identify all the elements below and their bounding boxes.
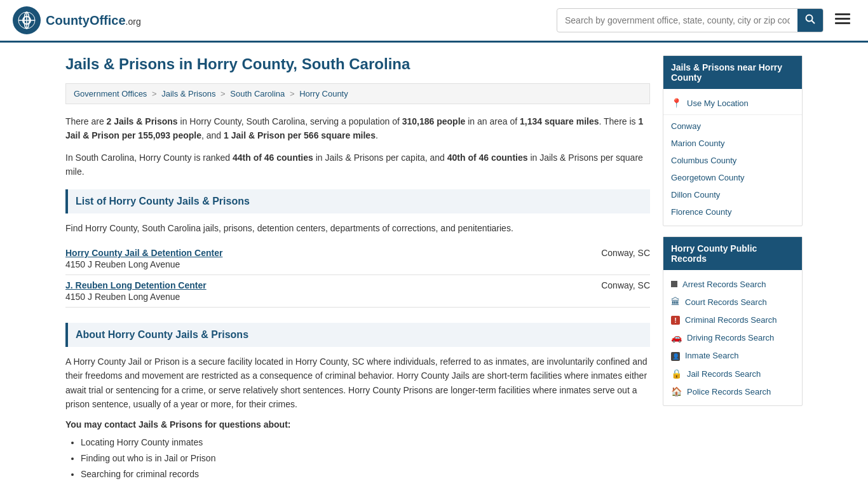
- contact-list: Locating Horry County inmates Finding ou…: [65, 435, 650, 483]
- facility-address-1: 4150 J Reuben Long Avenue: [65, 259, 222, 269]
- ranking-2: 40th of 46 counties: [447, 152, 528, 163]
- header-right: [557, 8, 855, 32]
- records-link-inmate[interactable]: 👤 Inmate Search: [663, 346, 802, 365]
- search-input[interactable]: [557, 10, 797, 30]
- contact-header: You may contact Jails & Prisons for ques…: [65, 419, 650, 430]
- facility-name-2[interactable]: J. Reuben Long Detention Center: [65, 280, 207, 290]
- records-link-police[interactable]: 🏠 Police Records Search: [663, 383, 802, 400]
- svg-rect-8: [835, 18, 850, 20]
- records-link-arrest[interactable]: Arrest Records Search: [663, 275, 802, 293]
- logo-text: CountyOffice.org: [46, 13, 141, 28]
- list-section-header: List of Horry County Jails & Prisons: [65, 189, 650, 214]
- facility-row-1: Horry County Jail & Detention Center 415…: [65, 243, 650, 275]
- stats-jails: 2 Jails & Prisons: [107, 116, 178, 126]
- breadcrumb: Government Offices > Jails & Prisons > S…: [65, 83, 650, 104]
- nearby-divider-1: [663, 114, 802, 115]
- nearby-link-columbus[interactable]: Columbus County: [663, 152, 802, 169]
- breadcrumb-sep-2: >: [220, 89, 227, 98]
- stats-area: 1,134 square miles: [520, 116, 599, 126]
- nearby-link-location[interactable]: 📍 Use My Location: [663, 94, 802, 112]
- breadcrumb-sep-1: >: [152, 89, 159, 98]
- records-link-criminal[interactable]: ! Criminal Records Search: [663, 311, 802, 329]
- nearby-link-dillon[interactable]: Dillon County: [663, 186, 802, 203]
- logo-area: CountyOffice.org: [13, 6, 141, 34]
- jail-icon: 🔒: [671, 369, 682, 379]
- facility-name-1[interactable]: Horry County Jail & Detention Center: [65, 248, 222, 258]
- stats-per2: 1 Jail & Prison per 566 square miles: [224, 130, 376, 140]
- records-link-court[interactable]: 🏛 Court Records Search: [663, 293, 802, 311]
- contact-item-3: Searching for criminal records: [81, 466, 650, 482]
- breadcrumb-link-gov[interactable]: Government Offices: [74, 89, 147, 98]
- records-box: Horry County Public Records Arrest Recor…: [663, 236, 803, 406]
- police-icon: 🏠: [671, 386, 682, 396]
- nearby-header: Jails & Prisons near Horry County: [663, 56, 802, 89]
- records-link-driving[interactable]: 🚗 Driving Records Search: [663, 329, 802, 346]
- driving-icon: 🚗: [671, 332, 682, 342]
- header: CountyOffice.org: [0, 0, 868, 43]
- about-section-header: About Horry County Jails & Prisons: [65, 323, 650, 347]
- facility-info-2: J. Reuben Long Detention Center 4150 J R…: [65, 280, 207, 302]
- svg-point-5: [806, 15, 813, 22]
- breadcrumb-link-horry[interactable]: Horry County: [299, 89, 348, 98]
- court-icon: 🏛: [671, 297, 680, 307]
- nearby-link-marion[interactable]: Marion County: [663, 135, 802, 152]
- arrest-icon: [671, 279, 677, 289]
- sidebar: Jails & Prisons near Horry County 📍 Use …: [663, 55, 803, 482]
- breadcrumb-sep-3: >: [290, 89, 297, 98]
- svg-rect-9: [835, 22, 850, 24]
- facility-info-1: Horry County Jail & Detention Center 415…: [65, 248, 222, 269]
- page-title: Jails & Prisons in Horry County, South C…: [65, 55, 650, 73]
- breadcrumb-link-jails[interactable]: Jails & Prisons: [161, 89, 215, 98]
- main-container: Jails & Prisons in Horry County, South C…: [53, 43, 815, 488]
- inmate-icon: 👤: [671, 350, 680, 361]
- ranking-1: 44th of 46 counties: [233, 152, 313, 163]
- records-header: Horry County Public Records: [663, 237, 802, 270]
- menu-button[interactable]: [830, 10, 855, 31]
- logo-icon: [13, 6, 41, 34]
- criminal-icon: !: [671, 315, 680, 325]
- main-content: Jails & Prisons in Horry County, South C…: [65, 55, 650, 482]
- contact-item-1: Locating Horry County inmates: [81, 435, 650, 451]
- nearby-link-georgetown[interactable]: Georgetown County: [663, 169, 802, 186]
- facility-city-2: Conway, SC: [601, 280, 650, 290]
- records-content: Arrest Records Search 🏛 Court Records Se…: [663, 270, 802, 405]
- breadcrumb-link-sc[interactable]: South Carolina: [230, 89, 285, 98]
- search-button[interactable]: [797, 9, 823, 32]
- about-text: A Horry County Jail or Prison is a secur…: [65, 355, 650, 412]
- facilities-list: Horry County Jail & Detention Center 415…: [65, 243, 650, 308]
- nearby-link-conway[interactable]: Conway: [663, 118, 802, 135]
- ranking-paragraph: In South Carolina, Horry County is ranke…: [65, 151, 650, 179]
- search-bar: [557, 8, 824, 32]
- svg-rect-7: [835, 13, 850, 15]
- facility-address-2: 4150 J Reuben Long Avenue: [65, 292, 207, 302]
- nearby-box: Jails & Prisons near Horry County 📍 Use …: [663, 55, 803, 226]
- location-icon: 📍: [671, 98, 682, 108]
- facility-city-1: Conway, SC: [601, 248, 650, 258]
- stats-paragraph: There are 2 Jails & Prisons in Horry Cou…: [65, 114, 650, 143]
- records-link-jail[interactable]: 🔒 Jail Records Search: [663, 365, 802, 383]
- nearby-link-florence[interactable]: Florence County: [663, 203, 802, 220]
- contact-item-2: Finding out who is in Jail or Prison: [81, 451, 650, 466]
- nearby-content: 📍 Use My Location Conway Marion County C…: [663, 89, 802, 226]
- svg-line-6: [812, 21, 815, 24]
- list-description: Find Horry County, South Carolina jails,…: [65, 221, 650, 235]
- stats-population: 310,186 people: [402, 116, 466, 126]
- facility-row-2: J. Reuben Long Detention Center 4150 J R…: [65, 275, 650, 308]
